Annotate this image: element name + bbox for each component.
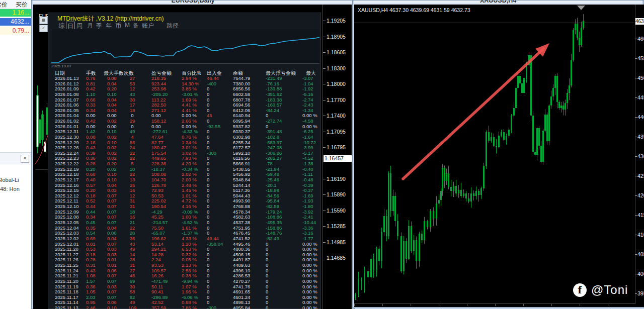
table-row[interactable]: 2025.12.090.440.0718-4.29-0.09 %04578.34… — [48, 210, 320, 215]
table-row[interactable]: 2025.11.250.310.013193.532.13 %04489.630… — [48, 263, 320, 268]
stats-column-header: 日期 — [55, 70, 65, 76]
price-scale-label: 1.15285 — [327, 223, 346, 229]
cell-最大: -0.48 — [302, 177, 320, 183]
table-row[interactable]: 2026.01.130.760.0827218.352.94 %46.44764… — [48, 76, 320, 81]
table-row[interactable]: 2025.12.100.440.0731190.544.16 %04768.88… — [48, 204, 320, 210]
cell-百分比%: 0.88 % — [182, 300, 197, 305]
table-row[interactable]: 2026.01.050.340.0418271.124.41 %06412.06… — [48, 108, 320, 114]
table-row[interactable]: 2026.01.120.810.0453923.4414.30 %-400738… — [48, 81, 320, 87]
table-row[interactable]: 2025.12.020.690.0436196.624.33 %49.44474… — [48, 236, 320, 242]
cell-最大手数: 0.07 — [107, 220, 117, 226]
price-scale-label: 4600 — [637, 36, 644, 42]
stats-column-header: 最大 — [306, 70, 316, 76]
cell-出入金: 0 — [207, 108, 209, 114]
table-row[interactable]: 2025.12.240.390.0222175.543.02 %-3005992… — [48, 151, 320, 156]
cell-出入金: 0 — [207, 210, 209, 215]
table-row[interactable]: 2025.11.280.530.0349294.216.53 %04800.36… — [48, 247, 320, 252]
table-row[interactable]: 2025.12.311.420.1049-272.61-4.33 %06030.… — [48, 129, 320, 135]
table-row[interactable]: 2026.01.020.420.0229158.122.66 %06095.94… — [48, 119, 320, 124]
mtdriver-panel: MTDriver统计 ,V3.12 (http://mtdriver.cn) 综… — [48, 13, 321, 309]
table-row[interactable]: 2025.11.270.180.031414.280.32 %04506.150… — [48, 252, 320, 258]
table-row[interactable]: 2025.11.240.430.0627109.572.56 %04396.10… — [48, 268, 320, 274]
market-watch-row[interactable]: 0.79... — [0, 27, 31, 35]
table-row[interactable]: 2026.01.040.000.0000.000.00 %456140.9400… — [48, 113, 320, 119]
cell-盈亏金额: 50.53 — [151, 193, 164, 199]
xauusd-chart-window[interactable]: XAUUSD,H4 XAUUSD,H4 4637.30 4639.69 4631… — [352, 0, 644, 308]
table-row[interactable]: 2025.12.220.280.205228.364.20 %05666.91-… — [48, 161, 320, 167]
table-row[interactable]: 2025.12.040.350.042275.501.61 %04751.95-… — [48, 226, 320, 231]
table-row[interactable]: 2025.12.180.680.1022108.082.02 %05456.92… — [48, 172, 320, 177]
cell-余额: 4751.95 — [233, 226, 250, 231]
xauusd-chart-area[interactable]: XAUUSD,H4 4637.30 4639.69 4631.59 4632.7… — [354, 5, 644, 307]
cell-最大手数: 0.20 — [107, 86, 117, 92]
market-watch-row[interactable]: 4632... — [0, 18, 31, 26]
grid-icon[interactable]: ▦ — [39, 17, 48, 24]
table-row[interactable]: 2025.12.292.160.108682.771.34 %06255.34-… — [48, 140, 320, 146]
price-tick — [323, 147, 326, 148]
price-scale-label: 1.19205 — [327, 18, 346, 24]
mtdriver-tab-M[interactable]: M — [125, 22, 130, 29]
table-row[interactable]: 2025.12.050.450.0721-214.57-4.52 %04537.… — [48, 220, 320, 226]
table-row[interactable]: 2025.12.080.340.071645.251.00 %04582.63-… — [48, 215, 320, 220]
table-row[interactable]: 2025.12.110.520.0731225.024.72 %04993.90… — [48, 198, 320, 204]
cell-百分比%: 4.41 % — [182, 108, 197, 114]
cell-余额: 4495.46 — [233, 242, 250, 247]
cell-次数: 43 — [124, 242, 141, 247]
cell-手数: 0.35 — [86, 226, 96, 231]
table-row[interactable]: 2025.11.181.050.075890.411.96 %04691.650… — [48, 289, 320, 295]
cell-出入金: 0 — [207, 145, 209, 151]
cell-盈亏金额: -205.20 — [151, 92, 168, 97]
cell-手数: 0.54 — [86, 231, 96, 236]
table-row[interactable]: 2025.12.030.540.0628-65.07-1.37 %04676.4… — [48, 231, 320, 236]
cell-日期: 2026.01.02 — [55, 119, 79, 124]
table-row[interactable]: 2025.12.190.200.0210-18.37-0.34 %05438.5… — [48, 167, 320, 172]
table-row[interactable]: 2026.01.090.420.2012253.983.85 %06856.56… — [48, 86, 320, 92]
cell-百分比%: 0.38 % — [182, 273, 197, 279]
price-scale-label: 4100 — [637, 232, 644, 238]
cell-最大: -6.25 — [302, 129, 320, 135]
table-row[interactable]: 2025.12.260.430.0224180.473.01 %06172.57… — [48, 145, 320, 151]
table-row[interactable]: 2026.01.010.000.0000.000.00 %-92.555937.… — [48, 124, 320, 130]
stats-column-header: 最大手数 — [104, 70, 124, 76]
table-row[interactable]: 2025.12.170.400.1013104.702.00 %05348.84… — [48, 177, 320, 183]
table-row[interactable]: 2025.12.120.180.071250.531.01 %05044.43-… — [48, 193, 320, 199]
table-row[interactable]: 2025.12.230.360.0222449.657.93 %06116.56… — [48, 156, 320, 161]
table-row[interactable]: 2026.01.081.100.1043-205.20-3.01 %06602.… — [48, 92, 320, 97]
table-row[interactable]: 2025.11.260.280.01282.240.05 %04491.8700… — [48, 257, 320, 263]
cell-次数: 69 — [124, 279, 141, 284]
price-scale-label: 1.18300 — [327, 65, 346, 71]
cell-日期: 2026.01.06 — [55, 102, 79, 108]
cell-最大浮亏金额: -82.59 — [266, 204, 279, 210]
cell-余额: 6602.58 — [233, 92, 250, 97]
chart-shift-triangle-icon[interactable] — [577, 6, 585, 10]
table-row[interactable]: 2025.12.150.200.031672.931.45 %05117.36-… — [48, 188, 320, 193]
table-row[interactable]: 2026.01.060.330.0417282.504.41 %06694.56… — [48, 102, 320, 108]
table-row[interactable]: 2025.11.172.030.0782-296.89-6.06 %04601.… — [48, 295, 320, 300]
xauusd-window-titlebar[interactable]: XAUUSD,H4 — [354, 1, 642, 5]
table-row[interactable]: 2025.11.190.360.033050.111.07 %04741.760… — [48, 284, 320, 290]
cell-最大手数: 0.06 — [107, 300, 117, 305]
table-row[interactable]: 2025.11.201.570.0769-471.49-9.94 %04270.… — [48, 279, 320, 284]
cell-出入金: 0 — [207, 220, 209, 226]
eurusd-window-titlebar[interactable]: EURUSD,Daily — [33, 1, 353, 5]
cell-日期: 2025.12.15 — [55, 188, 79, 193]
price-tick — [635, 215, 637, 216]
table-row[interactable]: 2025.11.211.080.074616.260.38 %04286.530… — [48, 273, 320, 279]
market-watch-row[interactable]: 1.16... — [0, 9, 31, 17]
stats-column-header: 盈亏金额 — [151, 70, 172, 76]
table-row[interactable]: 2025.11.140.950.064942.520.88 %04898.130… — [48, 300, 320, 305]
table-row[interactable]: 2025.12.010.810.074353.141.20 %-358.0444… — [48, 242, 320, 247]
cell-余额: 7380.00 — [233, 81, 250, 87]
check-icon[interactable]: ✓ — [39, 25, 48, 32]
table-row[interactable]: 2025.12.160.570.0426126.782.48 %05244.14… — [48, 183, 320, 188]
close-icon[interactable]: × — [21, 155, 29, 163]
cell-次数: 13 — [124, 177, 141, 183]
cell-最大手数: 0.07 — [107, 295, 117, 300]
table-row[interactable]: 2025.11.132.480.10109357.597.85 %-300405… — [48, 305, 320, 309]
cell-日期: 2025.12.29 — [55, 140, 79, 146]
table-row[interactable]: 2026.01.070.660.0430113.221.69 %06807.78… — [48, 97, 320, 103]
table-row[interactable]: 2025.12.300.080.02447.640.76 %06302.98-1… — [48, 135, 320, 140]
price-scale-label: 4550 — [637, 55, 644, 61]
cell-盈亏金额: 190.54 — [151, 204, 166, 210]
cell-最大浮亏金额: 0 — [266, 252, 268, 258]
